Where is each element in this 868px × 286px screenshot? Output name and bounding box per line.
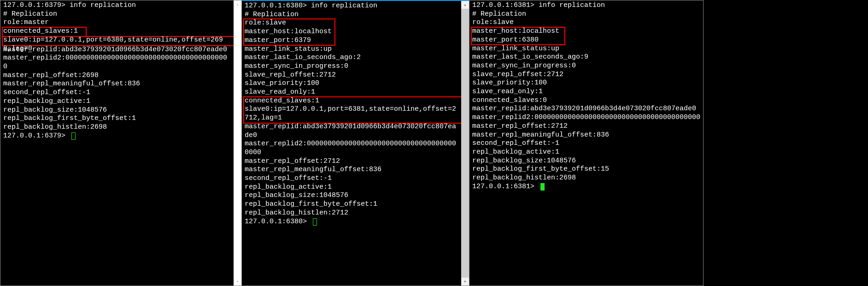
output-line: repl_backlog_active:1 [472,148,700,157]
terminal-pane-6381[interactable]: 127.0.0.1:6381> info replication # Repli… [469,0,704,286]
highlighted-block: connected_slaves:1 slave0:ip=127.0.0.1,p… [3,27,231,46]
output-line: # Replication [3,10,231,19]
output-line: master_replid:abd3e37939201d0966b3d4e073… [472,105,700,113]
output-line: slave_read_only:1 [245,88,458,97]
highlighted-block: master_host:localhost master_port:6380 [472,27,700,44]
output-line: master_replid2:0000000000000000000000000… [3,54,231,71]
output-line: master_sync_in_progress:0 [472,62,700,71]
output-line: second_repl_offset:-1 [472,139,700,148]
prompt-ready[interactable]: 127.0.0.1:6381> [472,183,700,191]
output-line: master_last_io_seconds_ago:2 [245,54,458,62]
output-line: second_repl_offset:-1 [3,89,231,97]
output-line: master_link_status:up [472,45,700,54]
output-line: repl_backlog_active:1 [3,97,231,106]
output-line: connected_slaves:1 [245,97,458,106]
output-line: second_repl_offset:-1 [245,174,458,183]
output-line: slave0:ip=127.0.0.1,port=6381,state=onli… [245,105,458,122]
output-line: repl_backlog_first_byte_offset:1 [3,114,231,123]
output-line: master_replid2:0000000000000000000000000… [472,113,700,122]
output-line: master_link_status:up [245,45,458,54]
highlighted-block: connected_slaves:1 slave0:ip=127.0.0.1,p… [245,97,458,123]
output-line: master_last_io_seconds_ago:9 [472,53,700,62]
output-line: # Replication [245,11,458,19]
terminal-pane-6379[interactable]: 127.0.0.1:6379> info replication # Repli… [0,0,242,286]
output-line: repl_backlog_histlen:2712 [245,209,458,218]
output-line: master_repl_meaningful_offset:836 [472,131,700,140]
prompt-text: 127.0.0.1:6381> [472,183,539,191]
prompt-ready[interactable]: 127.0.0.1:6379> [3,132,231,141]
output-line: role:master [3,18,231,27]
output-line: slave_repl_offset:2712 [472,71,700,79]
output-line: repl_backlog_first_byte_offset:1 [245,200,458,209]
output-line: master_replid:abd3e37939201d0966b3d4e073… [3,46,231,54]
prompt-ready[interactable]: 127.0.0.1:6380> [245,218,458,226]
output-line: master_repl_offset:2712 [472,122,700,131]
scroll-down-icon[interactable]: ▾ [234,278,241,286]
cursor-icon [313,218,317,226]
output-line: master_repl_offset:2712 [245,157,458,166]
output-line: repl_backlog_size:1048576 [3,106,231,115]
scroll-down-icon[interactable]: ▾ [461,278,469,286]
output-line: master_port:6380 [472,36,700,45]
prompt-line: 127.0.0.1:6381> info replication [472,1,700,10]
cursor-icon [540,183,545,191]
scroll-up-icon[interactable]: ▴ [461,1,469,9]
output-line: master_repl_meaningful_offset:836 [245,166,458,174]
output-line: master_replid2:0000000000000000000000000… [245,140,458,157]
output-line: slave_read_only:1 [472,88,700,96]
prompt-line: 127.0.0.1:6380> info replication [245,2,458,11]
output-line: connected_slaves:0 [472,96,700,105]
output-line: # Replication [472,10,700,19]
output-line: master_host:localhost [245,28,458,36]
output-line: master_replid:abd3e37939201d0966b3d4e073… [245,123,458,140]
output-line: repl_backlog_first_byte_offset:15 [472,165,700,174]
output-line: master_repl_offset:2698 [3,72,231,80]
output-line: master_host:localhost [472,27,700,36]
output-line: repl_backlog_histlen:2698 [472,174,700,183]
prompt-text: 127.0.0.1:6379> [3,132,70,141]
output-line: slave_repl_offset:2712 [245,71,458,80]
prompt-text: 127.0.0.1:6380> [245,218,311,226]
output-line: master_repl_meaningful_offset:836 [3,80,231,89]
cursor-icon [71,132,76,140]
output-line: master_sync_in_progress:0 [245,62,458,71]
scrollbar[interactable]: ▴ ▾ [234,0,241,286]
scroll-up-icon[interactable]: ▴ [234,0,241,8]
output-line: connected_slaves:1 [3,27,231,36]
terminal-pane-6380[interactable]: 127.0.0.1:6380> info replication # Repli… [241,0,469,286]
prompt-line: 127.0.0.1:6379> info replication [3,1,231,10]
output-line: slave_priority:100 [245,79,458,88]
output-line: repl_backlog_active:1 [245,183,458,192]
output-line: role:slave [245,19,458,28]
output-line: repl_backlog_histlen:2698 [3,123,231,132]
highlighted-block: role:slave master_host:localhost master_… [245,19,458,45]
output-line: slave_priority:100 [472,79,700,88]
output-line: master_port:6379 [245,36,458,45]
output-line: role:slave [472,18,700,27]
scrollbar[interactable]: ▴ ▾ [461,1,469,286]
output-line: repl_backlog_size:1048576 [472,157,700,166]
scrollbar-thumb[interactable] [461,9,469,278]
output-line: repl_backlog_size:1048576 [245,191,458,200]
